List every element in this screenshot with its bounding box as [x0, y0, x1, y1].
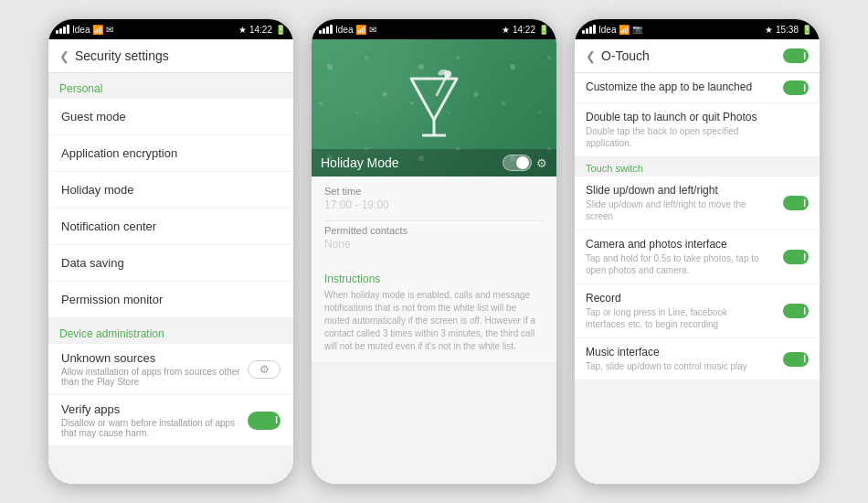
- phone3-content: ❮ O-Touch Customize the app to be launch…: [575, 39, 820, 484]
- signal-bars-2: [319, 25, 333, 34]
- list-item[interactable]: Permission monitor: [48, 282, 293, 318]
- bluetooth-icon-3: ★: [765, 25, 773, 35]
- item-label: Notification center: [61, 219, 156, 233]
- screenshot-icon: 📷: [632, 25, 642, 34]
- carrier-1: Idea: [72, 25, 90, 35]
- back-arrow-3[interactable]: ❮: [586, 49, 596, 63]
- item-label: Application encryption: [61, 146, 177, 160]
- item-label: Data saving: [61, 256, 124, 270]
- item-label: Guest mode: [61, 110, 126, 123]
- item-sub: Slide up/down and left/right to move the…: [586, 198, 759, 222]
- item-text: Customize the app to be launched: [586, 80, 752, 95]
- item-sub: Tap, slide up/down to control music play: [586, 360, 747, 372]
- list-item[interactable]: Music interface Tap, slide up/down to co…: [575, 338, 820, 380]
- list-item[interactable]: Holiday mode: [48, 172, 293, 209]
- item-text: Music interface Tap, slide up/down to co…: [586, 346, 747, 372]
- wifi-icon-1: 📶: [92, 25, 103, 35]
- list-item[interactable]: Guest mode: [48, 99, 293, 135]
- wifi-icon-2: 📶: [355, 25, 366, 35]
- nav-bar-1: ❮ Security settings: [48, 39, 293, 73]
- list-item[interactable]: Slide up/down and left/right Slide up/do…: [575, 177, 820, 230]
- form-divider-1: [324, 220, 544, 221]
- time-1: 14:22: [249, 25, 272, 35]
- status-left-3: Idea 📶 📷: [582, 25, 642, 35]
- status-right-1: ★ 14:22 🔋: [238, 25, 286, 35]
- phone1-content: ❮ Security settings Personal Guest mode …: [48, 39, 293, 484]
- phones-container: Idea 📶 ✉ ★ 14:22 🔋 ❮ Security settings P…: [0, 0, 868, 503]
- list-item[interactable]: Data saving: [48, 245, 293, 282]
- toggle-record[interactable]: [783, 304, 809, 318]
- set-time-label: Set time: [324, 186, 544, 197]
- instructions-section: Instructions When holiday mode is enable…: [312, 269, 556, 362]
- holiday-overlay: Holiday Mode ⚙: [312, 149, 556, 177]
- phone-security-settings: Idea 📶 ✉ ★ 14:22 🔋 ❮ Security settings P…: [48, 18, 294, 485]
- list-item[interactable]: Double tap to launch or quit Photos Doub…: [575, 103, 820, 157]
- permitted-contacts-field: Permitted contacts None: [324, 225, 544, 251]
- signal-bars-3: [582, 25, 596, 34]
- otouch-list: Customize the app to be launched Double …: [575, 73, 820, 484]
- battery-icon-2: 🔋: [538, 25, 549, 35]
- list-item[interactable]: Customize the app to be launched: [575, 73, 820, 103]
- item-title: Double tap to launch or quit Photos: [586, 111, 759, 123]
- page-title-3: O-Touch: [601, 48, 650, 63]
- holiday-form: Set time 17:00 - 19:00 Permitted contact…: [312, 177, 556, 269]
- toggle-slide[interactable]: [783, 196, 809, 210]
- item-label: Holiday mode: [61, 183, 134, 197]
- item-text: Record Tap or long press in Line, facebo…: [586, 292, 759, 330]
- time-3: 15:38: [776, 25, 799, 35]
- section-header-personal: Personal: [48, 73, 293, 99]
- gear-icon-2[interactable]: ⚙: [536, 156, 547, 170]
- carrier-2: Idea: [335, 25, 353, 35]
- toggle-knob: [516, 156, 529, 169]
- permitted-contacts-label: Permitted contacts: [324, 225, 544, 236]
- section-label-touch: Touch switch: [575, 157, 820, 177]
- nav-right-3: [783, 48, 809, 63]
- nav-bar-3: ❮ O-Touch: [575, 39, 820, 73]
- status-right-2: ★ 14:22 🔋: [502, 25, 549, 35]
- item-sub: Disallow or warn before installation of …: [61, 418, 248, 438]
- toggle-camera[interactable]: [783, 250, 809, 264]
- set-time-value: 17:00 - 19:00: [324, 198, 544, 211]
- phone2-content: Holiday Mode ⚙ Set time 17:00 - 19:00: [312, 39, 556, 484]
- item-label: Permission monitor: [61, 293, 163, 306]
- list-item[interactable]: Application encryption: [48, 135, 293, 172]
- back-arrow-1[interactable]: ❮: [59, 49, 69, 63]
- mail-icon-1: ✉: [106, 25, 113, 35]
- gear-icon: ⚙: [257, 362, 271, 377]
- toggle-customize[interactable]: [783, 80, 809, 95]
- instructions-text: When holiday mode is enabled, calls and …: [324, 289, 544, 353]
- status-bar-2: Idea 📶 ✉ ★ 14:22 🔋: [312, 19, 556, 39]
- instructions-title: Instructions: [324, 273, 544, 285]
- holiday-toggle-switch[interactable]: [503, 155, 532, 171]
- holiday-toggle[interactable]: ⚙: [503, 155, 547, 171]
- status-bar-1: Idea 📶 ✉ ★ 14:22 🔋: [48, 19, 293, 39]
- item-sub: Double tap the back to open specified ap…: [586, 125, 759, 149]
- item-label: Unknown sources: [61, 351, 248, 365]
- permitted-contacts-value: None: [324, 238, 544, 251]
- item-title: Camera and photos interface: [586, 238, 759, 251]
- battery-icon-1: 🔋: [275, 25, 286, 35]
- toggle-unknown-sources[interactable]: ⚙: [248, 360, 281, 379]
- time-2: 14:22: [513, 25, 535, 35]
- item-text: Unknown sources Allow installation of ap…: [61, 351, 248, 387]
- status-left-2: Idea 📶 ✉: [319, 25, 376, 35]
- holiday-mode-title: Holiday Mode: [321, 155, 399, 170]
- item-title: Music interface: [586, 346, 747, 359]
- section-header-device: Device administration: [48, 318, 293, 344]
- phone-holiday-mode: Idea 📶 ✉ ★ 14:22 🔋: [311, 18, 557, 485]
- status-left-1: Idea 📶 ✉: [56, 25, 113, 35]
- list-item[interactable]: Notification center: [48, 209, 293, 245]
- bluetooth-icon-2: ★: [502, 25, 510, 35]
- toggle-music[interactable]: [783, 352, 809, 367]
- otouch-main-toggle[interactable]: [783, 48, 809, 63]
- list-item[interactable]: Camera and photos interface Tap and hold…: [575, 230, 820, 284]
- phone-otouch: Idea 📶 📷 ★ 15:38 🔋 ❮ O-Touch: [574, 18, 820, 485]
- item-title: Slide up/down and left/right: [586, 184, 759, 197]
- list-item[interactable]: Unknown sources Allow installation of ap…: [48, 344, 293, 395]
- status-bar-3: Idea 📶 📷 ★ 15:38 🔋: [575, 19, 820, 39]
- item-text: Slide up/down and left/right Slide up/do…: [586, 184, 759, 222]
- set-time-field: Set time 17:00 - 19:00: [324, 186, 544, 211]
- list-item[interactable]: Verify apps Disallow or warn before inst…: [48, 395, 293, 446]
- list-item[interactable]: Record Tap or long press in Line, facebo…: [575, 284, 820, 338]
- toggle-verify-apps[interactable]: [248, 412, 281, 430]
